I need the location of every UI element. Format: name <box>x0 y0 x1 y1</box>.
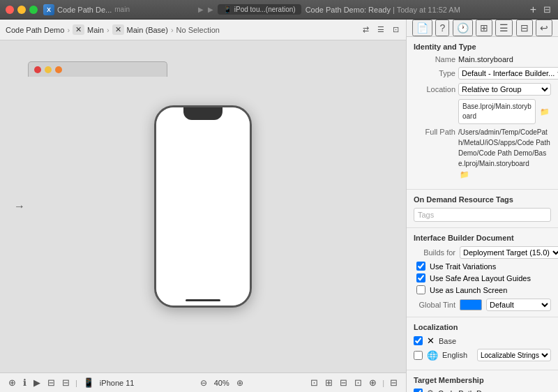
launch-screen-checkbox[interactable] <box>416 285 425 294</box>
fullpath-container: /Users/admin/Temp/CodePath/MetaU/iOS/app… <box>458 127 551 181</box>
zoom-in-button[interactable]: ⊕ <box>234 377 246 389</box>
on-demand-title: On Demand Resource Tags <box>414 195 551 204</box>
editor-option-1[interactable]: ⇄ <box>361 24 370 36</box>
base-checkbox[interactable] <box>414 336 423 345</box>
zoom-out-button[interactable]: ⊖ <box>197 377 210 389</box>
location-folder-button[interactable]: 📁 <box>538 106 551 118</box>
canvas-arrow: → <box>14 200 25 213</box>
breadcrumb-label-3: Main (Base) <box>127 26 168 34</box>
trait-variations-checkbox[interactable] <box>416 262 425 271</box>
builds-select[interactable]: Deployment Target (15.0) <box>460 246 558 259</box>
breadcrumb-label-2: Main <box>87 26 104 34</box>
english-checkbox[interactable] <box>414 351 423 360</box>
phone-screen <box>156 107 250 306</box>
status-bar-right: ⊡ ⊞ ⊟ ⊡ ⊕ | ⊟ <box>309 376 399 389</box>
minimize-button[interactable] <box>17 6 26 14</box>
fullpath-folder-button[interactable]: 📁 <box>458 169 471 181</box>
target-membership-title: Target Membership <box>414 376 551 384</box>
constraints-button[interactable]: ⊞ <box>324 376 334 389</box>
english-label: English <box>442 351 473 359</box>
breadcrumb-item-1[interactable]: Code Path Demo <box>6 26 64 34</box>
launch-screen-label: Use as Launch Screen <box>430 286 507 294</box>
inspector-tab-5[interactable]: ⊟ <box>516 20 533 36</box>
breadcrumb-item-3[interactable]: ✕ <box>112 24 124 35</box>
target-checkbox[interactable] <box>414 389 423 392</box>
editor-option-2[interactable]: ☰ <box>376 24 386 36</box>
breadcrumb-sep-1: › <box>67 26 70 34</box>
location-row: Location Relative to Group <box>414 83 551 96</box>
safe-area-checkbox[interactable] <box>416 273 425 282</box>
status-icon-5[interactable]: ⊟ <box>61 376 71 389</box>
tint-swatch[interactable] <box>460 299 482 310</box>
status-icon-3[interactable]: ▶ <box>32 376 42 389</box>
title-bar-center: ▶ ▶ 📱 iPod tou...(neration) Code Path De… <box>135 4 523 15</box>
ib-document-title: Interface Builder Document <box>414 234 551 242</box>
phone-home-bar <box>186 299 220 301</box>
maximize-button[interactable] <box>29 6 38 14</box>
embed-button[interactable]: ⊡ <box>353 376 363 389</box>
status-bar-center: ⊖ 40% ⊕ <box>140 377 303 389</box>
inspector-tab-history[interactable]: 🕐 <box>453 20 473 36</box>
inspector-tab-3[interactable]: ⊞ <box>476 20 492 36</box>
inspector-tab-quick-help[interactable]: ? <box>435 20 449 36</box>
xcode-icon: X <box>43 4 54 15</box>
type-select[interactable]: Default - Interface Builder... <box>458 67 558 80</box>
english-flag-icon: 🌐 <box>427 350 438 361</box>
target-name: Code Path Demo <box>438 389 497 393</box>
english-row: 🌐 English Localizable Strings <box>414 349 551 361</box>
on-demand-tags-section: On Demand Resource Tags Tags <box>407 190 558 228</box>
inspector-toolbar: 📄 ? 🕐 ⊞ ☰ ⊟ ↩ <box>407 20 558 37</box>
device-size-icon[interactable]: 📱 <box>82 376 96 389</box>
global-tint-label: Global Tint <box>414 301 455 309</box>
trait-variations-label: Use Trait Variations <box>430 262 496 271</box>
project-name: Code Path De... <box>57 6 112 14</box>
title-bar: X Code Path De... main ▶ ▶ 📱 iPod tou...… <box>0 0 558 20</box>
status-icon-2[interactable]: ℹ <box>22 376 28 389</box>
device-breadcrumb[interactable]: iPod tou...(neration) <box>234 6 296 13</box>
add-button[interactable]: + <box>529 2 538 17</box>
library-button[interactable]: ⊕ <box>368 376 378 389</box>
location-file-row: Base.lproj/Main.storyboard 📁 <box>414 99 551 124</box>
zoom-level: 40% <box>214 379 229 387</box>
editor-toolbar: Code Path Demo › ✕ Main › ✕ Main (Base) … <box>0 20 406 40</box>
identity-and-type-section: Identity and Type Name Main.storyboard T… <box>407 37 558 190</box>
phone-notch <box>183 107 223 120</box>
breadcrumb-sep-3: › <box>171 26 174 34</box>
canvas-area[interactable]: → <box>0 40 406 372</box>
close-button[interactable] <box>6 6 14 14</box>
name-label: Name <box>414 55 455 63</box>
breadcrumb-item-2[interactable]: ✕ <box>73 24 84 35</box>
builds-for-row: Builds for Deployment Target (15.0) <box>414 246 551 259</box>
english-type-select[interactable]: Localizable Strings <box>477 349 551 361</box>
editor-option-3[interactable]: ⊡ <box>391 24 400 36</box>
breadcrumb-sep-2: › <box>107 26 110 34</box>
location-select[interactable]: Relative to Group <box>458 83 551 96</box>
name-value: Main.storyboard <box>458 55 551 63</box>
builds-label: Builds for <box>414 248 455 257</box>
align-button[interactable]: ⊟ <box>338 376 349 389</box>
fullpath-value: /Users/admin/Temp/CodePath/MetaU/iOS/app… <box>458 127 551 169</box>
traffic-lights <box>6 6 38 14</box>
tags-field[interactable]: Tags <box>414 208 551 222</box>
fullpath-label: Full Path <box>414 127 455 136</box>
localization-title: Localization <box>414 323 551 331</box>
ib-max-dot <box>55 66 62 73</box>
canvas-panel: Code Path Demo › ✕ Main › ✕ Main (Base) … <box>0 20 406 392</box>
global-tint-row: Global Tint Default <box>414 299 551 311</box>
status-bar: ⊕ ℹ ▶ ⊟ ⊟ | 📱 iPhone 11 ⊖ 40% ⊕ ⊡ ⊞ ⊟ ⊡ … <box>0 372 406 392</box>
project-label: X Code Path De... main <box>43 4 130 15</box>
target-membership-section: Target Membership ⚙ Code Path Demo <box>407 370 558 392</box>
inspector-tab-4[interactable]: ☰ <box>495 20 513 36</box>
breadcrumb-nav: Code Path Demo › ✕ Main › ✕ Main (Base) … <box>6 24 220 35</box>
status-icon-4[interactable]: ⊟ <box>46 376 56 389</box>
inspector-tab-file[interactable]: 📄 <box>412 20 432 36</box>
split-view-button[interactable]: ⊟ <box>542 3 552 16</box>
inspector-tab-back[interactable]: ↩ <box>536 20 552 36</box>
tint-select[interactable]: Default <box>486 299 551 311</box>
fit-button[interactable]: ⊡ <box>309 376 319 389</box>
location-label: Location <box>414 85 455 93</box>
status-text: Code Path Demo: Ready | Today at 11:52 A… <box>306 6 460 14</box>
base-row: ✕ Base <box>414 336 551 346</box>
bottom-right-option[interactable]: ⊟ <box>389 376 399 389</box>
status-icon-1[interactable]: ⊕ <box>7 376 17 389</box>
